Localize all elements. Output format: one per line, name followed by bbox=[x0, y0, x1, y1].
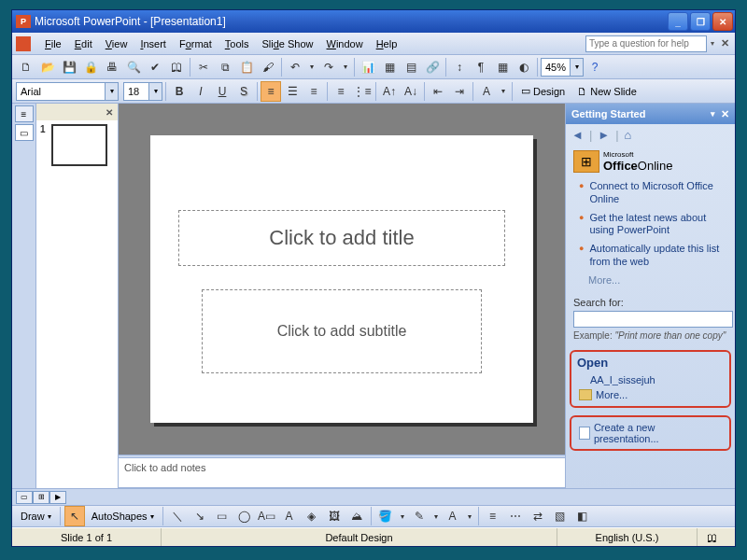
draw-menu[interactable]: Draw ▾ bbox=[16, 507, 56, 525]
slide-canvas[interactable]: Click to add title Click to add subtitle bbox=[150, 135, 533, 423]
thumbnail-close-button[interactable]: ✕ bbox=[103, 105, 116, 119]
fill-color-icon[interactable]: 🪣 bbox=[375, 506, 396, 526]
help-icon[interactable]: ? bbox=[585, 57, 605, 77]
color-grayscale-icon[interactable]: ◐ bbox=[514, 57, 534, 77]
menu-help[interactable]: Help bbox=[370, 35, 404, 52]
clipart-icon[interactable]: 🖼 bbox=[324, 506, 345, 526]
redo-dropdown-icon[interactable]: ▾ bbox=[340, 57, 351, 77]
line-color-icon[interactable]: ✎ bbox=[409, 506, 430, 526]
menu-slideshow[interactable]: Slide Show bbox=[255, 35, 319, 52]
font-color-draw-dropdown-icon[interactable]: ▾ bbox=[465, 506, 474, 526]
insert-table-icon[interactable]: ▦ bbox=[379, 57, 400, 77]
format-painter-icon[interactable]: 🖌 bbox=[258, 57, 278, 77]
research-icon[interactable]: 🕮 bbox=[166, 57, 187, 77]
menu-insert[interactable]: Insert bbox=[134, 35, 173, 52]
title-placeholder[interactable]: Click to add title bbox=[178, 210, 505, 266]
minimize-button[interactable]: _ bbox=[668, 12, 688, 31]
bullets-icon[interactable]: ⋮≡ bbox=[352, 81, 373, 102]
menu-file[interactable]: File bbox=[38, 35, 68, 52]
subtitle-placeholder[interactable]: Click to add subtitle bbox=[202, 289, 482, 373]
outline-tab[interactable]: ≡ bbox=[15, 105, 34, 122]
arrow-icon[interactable]: ↘ bbox=[190, 506, 210, 526]
menu-view[interactable]: View bbox=[99, 35, 134, 52]
paste-icon[interactable]: 📋 bbox=[236, 57, 257, 77]
print-preview-icon[interactable]: 🔍 bbox=[123, 57, 144, 77]
oval-icon[interactable]: ◯ bbox=[234, 506, 255, 526]
slideshow-view-button[interactable]: ▶ bbox=[49, 491, 66, 504]
numbering-icon[interactable]: ≡ bbox=[331, 81, 351, 102]
new-icon[interactable]: 🗋 bbox=[16, 57, 36, 77]
tables-borders-icon[interactable]: ▤ bbox=[401, 57, 421, 77]
new-slide-button[interactable]: 🗋 New Slide bbox=[571, 81, 642, 102]
line-color-dropdown-icon[interactable]: ▾ bbox=[431, 506, 441, 526]
italic-button[interactable]: I bbox=[190, 81, 211, 102]
insert-chart-icon[interactable]: 📊 bbox=[358, 57, 378, 77]
slide-sorter-view-button[interactable]: ⊞ bbox=[33, 491, 49, 504]
link-latest-news[interactable]: ●Get the latest news about using PowerPo… bbox=[579, 212, 727, 238]
zoom-dropdown[interactable]: 45% ▾ bbox=[541, 58, 584, 77]
cut-icon[interactable]: ✂ bbox=[193, 57, 214, 77]
save-icon[interactable]: 💾 bbox=[59, 57, 79, 77]
font-color-draw-icon[interactable]: A bbox=[443, 506, 463, 526]
nav-home-icon[interactable]: ⌂ bbox=[625, 128, 632, 142]
decrease-font-icon[interactable]: A↓ bbox=[401, 81, 421, 102]
textbox-icon[interactable]: A▭ bbox=[257, 506, 277, 526]
font-color-icon[interactable]: A bbox=[476, 81, 497, 102]
print-icon[interactable]: 🖶 bbox=[102, 57, 122, 77]
align-right-icon[interactable]: ≡ bbox=[303, 81, 324, 102]
slides-tab[interactable]: ▭ bbox=[15, 124, 34, 141]
select-objects-icon[interactable]: ↖ bbox=[64, 506, 85, 526]
dash-style-icon[interactable]: ⋯ bbox=[505, 506, 526, 526]
recent-file-link[interactable]: AA_I_sissejuh bbox=[577, 372, 724, 387]
slide-thumbnail[interactable]: 1 bbox=[40, 124, 114, 166]
open-more-link[interactable]: More... bbox=[577, 387, 724, 402]
decrease-indent-icon[interactable]: ⇤ bbox=[428, 81, 448, 102]
font-color-dropdown-icon[interactable]: ▾ bbox=[498, 81, 509, 102]
copy-icon[interactable]: ⧉ bbox=[215, 57, 235, 77]
shadow-style-icon[interactable]: ▧ bbox=[550, 506, 571, 526]
spelling-icon[interactable]: ✔ bbox=[145, 57, 165, 77]
menu-edit[interactable]: Edit bbox=[68, 35, 99, 52]
line-style-icon[interactable]: ≡ bbox=[483, 506, 503, 526]
align-center-icon[interactable]: ☰ bbox=[282, 81, 303, 102]
3d-style-icon[interactable]: ◧ bbox=[572, 506, 593, 526]
menu-tools[interactable]: Tools bbox=[218, 35, 256, 52]
font-size-dropdown[interactable]: 18 ▾ bbox=[123, 82, 162, 101]
link-connect-office-online[interactable]: ●Connect to Microsoft Office Online bbox=[579, 180, 727, 206]
notes-pane[interactable]: Click to add notes bbox=[119, 458, 565, 488]
autoshapes-menu[interactable]: AutoShapes ▾ bbox=[87, 507, 159, 525]
font-dropdown[interactable]: Arial ▾ bbox=[16, 82, 119, 101]
increase-indent-icon[interactable]: ⇥ bbox=[449, 81, 470, 102]
align-left-icon[interactable]: ≡ bbox=[261, 81, 281, 102]
normal-view-button[interactable]: ▭ bbox=[16, 491, 33, 504]
nav-forward-icon[interactable]: ► bbox=[598, 128, 610, 142]
link-more[interactable]: More... bbox=[573, 274, 727, 286]
rectangle-icon[interactable]: ▭ bbox=[212, 506, 233, 526]
menu-window[interactable]: Window bbox=[320, 35, 370, 52]
mdi-close-button[interactable]: ✕ bbox=[718, 37, 731, 50]
status-spelling-icon[interactable]: 🕮 bbox=[698, 528, 735, 546]
maximize-button[interactable]: ❐ bbox=[690, 12, 711, 31]
insert-picture-icon[interactable]: ⛰ bbox=[346, 506, 367, 526]
redo-icon[interactable]: ↷ bbox=[318, 57, 339, 77]
design-button[interactable]: ▭ Design bbox=[515, 81, 571, 102]
undo-dropdown-icon[interactable]: ▾ bbox=[306, 57, 317, 77]
task-pane-dropdown-icon[interactable]: ▾ bbox=[711, 109, 715, 119]
shadow-button[interactable]: S bbox=[233, 81, 254, 102]
permission-icon[interactable]: 🔒 bbox=[80, 57, 101, 77]
help-search-input[interactable] bbox=[585, 35, 707, 52]
show-formatting-icon[interactable]: ¶ bbox=[471, 57, 491, 77]
increase-font-icon[interactable]: A↑ bbox=[379, 81, 400, 102]
diagram-icon[interactable]: ◈ bbox=[302, 506, 322, 526]
show-grid-icon[interactable]: ▦ bbox=[492, 57, 513, 77]
insert-hyperlink-icon[interactable]: 🔗 bbox=[422, 57, 443, 77]
link-auto-update[interactable]: ●Automatically update this list from the… bbox=[579, 243, 727, 269]
wordart-icon[interactable]: A bbox=[279, 506, 300, 526]
arrow-style-icon[interactable]: ⇄ bbox=[528, 506, 548, 526]
fill-color-dropdown-icon[interactable]: ▾ bbox=[398, 506, 407, 526]
expand-all-icon[interactable]: ↕ bbox=[449, 57, 470, 77]
line-icon[interactable]: ＼ bbox=[167, 506, 188, 526]
task-pane-close-button[interactable]: ✕ bbox=[721, 108, 729, 120]
open-icon[interactable]: 📂 bbox=[37, 57, 58, 77]
search-input[interactable] bbox=[573, 311, 733, 328]
